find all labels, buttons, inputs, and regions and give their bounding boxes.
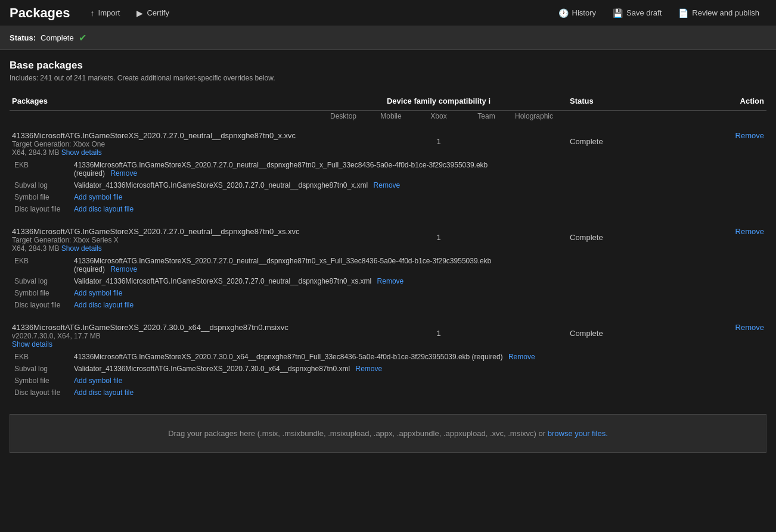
package-remove-link[interactable]: Remove	[735, 323, 764, 332]
subval-value: Validator_41336MicrosoftATG.InGameStoreX…	[72, 363, 764, 375]
package-status: Complete	[558, 125, 677, 158]
desktop-compat	[319, 317, 367, 350]
add-symbol-link[interactable]: Add symbol file	[74, 289, 122, 297]
ekb-filename: 41336MicrosoftATG.InGameStoreXS_2020.7.2…	[74, 257, 491, 265]
sub-section-table: EKB 41336MicrosoftATG.InGameStoreXS_2020…	[12, 159, 764, 215]
symbol-value: Add symbol file	[72, 375, 764, 387]
package-name: 41336MicrosoftATG.InGameStoreXS_2020.7.3…	[12, 323, 317, 332]
xbox-compat: 1	[415, 317, 463, 350]
ekb-remove-link[interactable]: Remove	[110, 169, 137, 178]
subval-filename: Validator_41336MicrosoftATG.InGameStoreX…	[74, 277, 371, 285]
subval-value: Validator_41336MicrosoftATG.InGameStoreX…	[72, 275, 764, 287]
disc-layout-value: Add disc layout file	[72, 203, 764, 215]
package-remove-link[interactable]: Remove	[735, 131, 764, 140]
ekb-row: EKB 41336MicrosoftATG.InGameStoreXS_2020…	[12, 159, 764, 179]
package-main-row: 41336MicrosoftATG.InGameStoreXS_2020.7.2…	[10, 221, 766, 254]
holographic-compat	[510, 317, 558, 350]
save-icon: 💾	[613, 8, 623, 18]
ekb-value: 41336MicrosoftATG.InGameStoreXS_2020.7.2…	[72, 255, 764, 275]
disc-layout-value: Add disc layout file	[72, 299, 764, 311]
add-disc-layout-link[interactable]: Add disc layout file	[74, 205, 134, 213]
browse-files-link[interactable]: browse your files.	[548, 429, 608, 438]
team-col-header: Team	[463, 111, 510, 126]
empty-sub-header	[10, 111, 319, 126]
add-symbol-link[interactable]: Add symbol file	[74, 377, 122, 385]
import-button[interactable]: ↑ Import	[85, 6, 126, 20]
subval-label: Subval log	[12, 179, 72, 191]
certify-icon: ▶	[136, 8, 143, 18]
ekb-label: EKB	[12, 351, 72, 363]
drop-zone[interactable]: Drag your packages here (.msix, .msixbun…	[10, 414, 766, 453]
status-label: Status:	[10, 33, 36, 42]
ekb-remove-link[interactable]: Remove	[508, 353, 535, 361]
team-compat	[463, 221, 510, 254]
col-status-header: Status	[558, 92, 677, 111]
ekb-remove-link[interactable]: Remove	[110, 265, 137, 273]
review-publish-button[interactable]: 📄 Review and publish	[671, 6, 766, 20]
package-status: Complete	[558, 317, 677, 350]
team-compat	[463, 317, 510, 350]
history-button[interactable]: 🕐 History	[551, 6, 603, 20]
status-complete-icon: ✔	[79, 32, 86, 43]
mobile-compat	[367, 221, 415, 254]
ekb-label: EKB	[12, 255, 72, 275]
package-sub-rows: EKB 41336MicrosoftATG.InGameStoreXS_2020…	[10, 350, 766, 405]
desktop-compat	[319, 221, 367, 254]
ekb-label: EKB	[12, 159, 72, 179]
sub-section-table: EKB 41336MicrosoftATG.InGameStoreXS_2020…	[12, 351, 764, 399]
add-disc-layout-link[interactable]: Add disc layout file	[74, 301, 134, 309]
subval-remove-link[interactable]: Remove	[377, 277, 404, 285]
subval-remove-link[interactable]: Remove	[374, 181, 401, 189]
subval-filename: Validator_41336MicrosoftATG.InGameStoreX…	[74, 181, 368, 189]
subval-row: Subval log Validator_41336MicrosoftATG.I…	[12, 363, 764, 375]
mobile-compat	[367, 317, 415, 350]
ekb-required: (required)	[74, 169, 105, 178]
package-sub-rows: EKB 41336MicrosoftATG.InGameStoreXS_2020…	[10, 254, 766, 317]
xbox-compat: 1	[415, 125, 463, 158]
add-disc-layout-link[interactable]: Add disc layout file	[74, 388, 134, 397]
package-sub-rows: EKB 41336MicrosoftATG.InGameStoreXS_2020…	[10, 158, 766, 221]
package-details: X64, 284.3 MB Show details	[12, 148, 317, 157]
subval-label: Subval log	[12, 275, 72, 287]
certify-button[interactable]: ▶ Certify	[131, 6, 175, 20]
subval-remove-link[interactable]: Remove	[356, 365, 383, 373]
col-packages-header: Packages	[10, 92, 319, 111]
device-family-label: Device family compatibility	[387, 97, 486, 105]
ekb-value: 41336MicrosoftATG.InGameStoreXS_2020.7.2…	[72, 159, 764, 179]
subval-filename: Validator_41336MicrosoftATG.InGameStoreX…	[74, 365, 350, 373]
symbol-value: Add symbol file	[72, 191, 764, 203]
save-draft-button[interactable]: 💾 Save draft	[606, 6, 669, 20]
device-family-info-icon[interactable]: i	[488, 97, 491, 105]
desktop-compat	[319, 125, 367, 158]
show-details-link[interactable]: Show details	[61, 148, 102, 157]
package-details: X64, 284.3 MB Show details	[12, 244, 317, 253]
review-publish-label: Review and publish	[692, 8, 759, 17]
col-device-family-header: Device family compatibility i	[319, 92, 558, 111]
symbol-label: Symbol file	[12, 191, 72, 203]
package-main-row: 41336MicrosoftATG.InGameStoreXS_2020.7.3…	[10, 317, 766, 350]
table-header: Packages Device family compatibility i S…	[10, 92, 766, 111]
header: Packages ↑ Import ▶ Certify 🕐 History 💾 …	[0, 0, 776, 26]
package-remove-link[interactable]: Remove	[735, 227, 764, 236]
mobile-col-header: Mobile	[367, 111, 415, 126]
symbol-label: Symbol file	[12, 375, 72, 387]
holographic-compat	[510, 221, 558, 254]
import-icon: ↑	[91, 8, 95, 18]
symbol-row: Symbol file Add symbol file	[12, 191, 764, 203]
xbox-col-header: Xbox	[415, 111, 463, 126]
certify-label: Certify	[147, 8, 169, 17]
package-target: Target Generation: Xbox Series X	[12, 236, 317, 244]
holographic-col-header: Holographic	[510, 111, 558, 126]
subval-label: Subval log	[12, 363, 72, 375]
show-details-link[interactable]: Show details	[12, 340, 52, 349]
show-details-link[interactable]: Show details	[61, 244, 102, 253]
ekb-value: 41336MicrosoftATG.InGameStoreXS_2020.7.3…	[72, 351, 764, 363]
add-symbol-link[interactable]: Add symbol file	[74, 193, 122, 201]
desktop-col-header: Desktop	[319, 111, 367, 126]
package-status: Complete	[558, 221, 677, 254]
symbol-row: Symbol file Add symbol file	[12, 375, 764, 387]
holographic-compat	[510, 125, 558, 158]
section-subtitle: Includes: 241 out of 241 markets. Create…	[10, 74, 766, 82]
section-title: Base packages	[10, 60, 766, 71]
history-icon: 🕐	[558, 8, 569, 18]
